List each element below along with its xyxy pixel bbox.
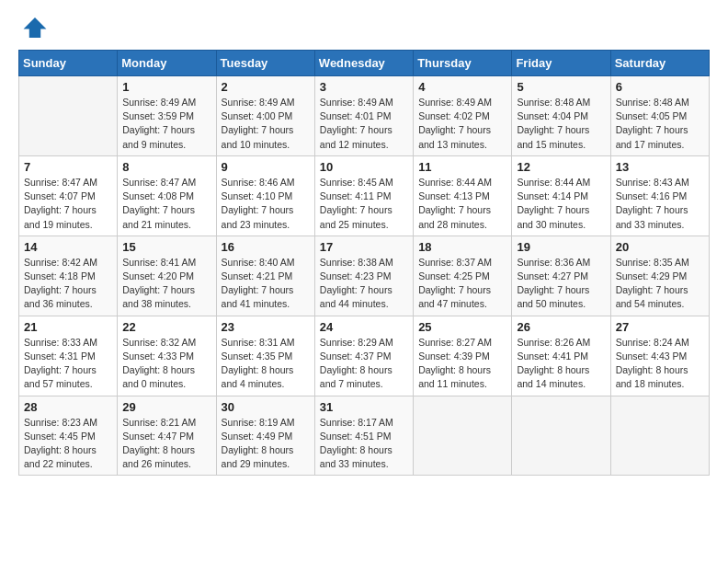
day-info: Sunrise: 8:17 AMSunset: 4:51 PMDaylight:…	[320, 416, 408, 472]
day-info: Sunrise: 8:44 AMSunset: 4:13 PMDaylight:…	[418, 176, 506, 232]
day-number: 17	[320, 240, 408, 254]
day-info: Sunrise: 8:49 AMSunset: 4:02 PMDaylight:…	[418, 96, 506, 152]
cal-cell: 15Sunrise: 8:41 AMSunset: 4:20 PMDayligh…	[118, 236, 216, 316]
day-number: 15	[122, 240, 210, 254]
day-number: 19	[517, 240, 605, 254]
cal-cell: 21Sunrise: 8:33 AMSunset: 4:31 PMDayligh…	[19, 316, 118, 396]
day-number: 28	[24, 400, 112, 414]
day-info: Sunrise: 8:41 AMSunset: 4:20 PMDaylight:…	[122, 256, 210, 312]
cal-cell: 23Sunrise: 8:31 AMSunset: 4:35 PMDayligh…	[216, 316, 314, 396]
cal-cell: 6Sunrise: 8:48 AMSunset: 4:05 PMDaylight…	[610, 76, 709, 156]
day-number: 16	[222, 240, 310, 254]
day-number: 3	[320, 80, 408, 94]
day-number: 1	[122, 80, 210, 94]
day-number: 23	[222, 320, 310, 334]
header	[18, 15, 710, 40]
cal-cell: 1Sunrise: 8:49 AMSunset: 3:59 PMDaylight…	[118, 76, 216, 156]
days-header-row: SundayMondayTuesdayWednesdayThursdayFrid…	[19, 51, 710, 76]
day-info: Sunrise: 8:46 AMSunset: 4:10 PMDaylight:…	[222, 176, 310, 232]
day-number: 5	[517, 80, 605, 94]
day-number: 2	[222, 80, 310, 94]
cal-cell	[512, 396, 610, 476]
week-row-4: 21Sunrise: 8:33 AMSunset: 4:31 PMDayligh…	[19, 316, 710, 396]
day-number: 13	[616, 160, 704, 174]
cal-cell: 4Sunrise: 8:49 AMSunset: 4:02 PMDaylight…	[414, 76, 512, 156]
cal-cell: 5Sunrise: 8:48 AMSunset: 4:04 PMDaylight…	[512, 76, 610, 156]
day-info: Sunrise: 8:49 AMSunset: 4:01 PMDaylight:…	[320, 96, 408, 152]
cal-cell: 13Sunrise: 8:43 AMSunset: 4:16 PMDayligh…	[610, 155, 709, 236]
day-info: Sunrise: 8:32 AMSunset: 4:33 PMDaylight:…	[122, 336, 210, 392]
day-info: Sunrise: 8:35 AMSunset: 4:29 PMDaylight:…	[616, 256, 704, 312]
cal-cell: 17Sunrise: 8:38 AMSunset: 4:23 PMDayligh…	[314, 236, 413, 316]
day-info: Sunrise: 8:23 AMSunset: 4:45 PMDaylight:…	[24, 416, 112, 472]
cal-cell: 11Sunrise: 8:44 AMSunset: 4:13 PMDayligh…	[414, 155, 512, 236]
day-number: 11	[418, 160, 506, 174]
day-number: 26	[517, 320, 605, 334]
day-header-wednesday: Wednesday	[314, 51, 413, 76]
day-info: Sunrise: 8:29 AMSunset: 4:37 PMDaylight:…	[320, 336, 408, 392]
day-number: 21	[24, 320, 112, 334]
day-number: 6	[616, 80, 704, 94]
cal-cell: 26Sunrise: 8:26 AMSunset: 4:41 PMDayligh…	[512, 316, 610, 396]
cal-cell: 12Sunrise: 8:44 AMSunset: 4:14 PMDayligh…	[512, 155, 610, 236]
cal-cell: 24Sunrise: 8:29 AMSunset: 4:37 PMDayligh…	[314, 316, 413, 396]
day-info: Sunrise: 8:26 AMSunset: 4:41 PMDaylight:…	[517, 336, 605, 392]
cal-cell: 31Sunrise: 8:17 AMSunset: 4:51 PMDayligh…	[314, 396, 413, 476]
cal-cell	[610, 396, 709, 476]
day-info: Sunrise: 8:44 AMSunset: 4:14 PMDaylight:…	[517, 176, 605, 232]
week-row-5: 28Sunrise: 8:23 AMSunset: 4:45 PMDayligh…	[19, 396, 710, 476]
cal-cell: 10Sunrise: 8:45 AMSunset: 4:11 PMDayligh…	[314, 155, 413, 236]
day-number: 4	[418, 80, 506, 94]
day-info: Sunrise: 8:47 AMSunset: 4:08 PMDaylight:…	[122, 176, 210, 232]
day-header-sunday: Sunday	[19, 51, 118, 76]
cal-cell: 8Sunrise: 8:47 AMSunset: 4:08 PMDaylight…	[118, 155, 216, 236]
day-info: Sunrise: 8:47 AMSunset: 4:07 PMDaylight:…	[24, 176, 112, 232]
day-header-monday: Monday	[118, 51, 216, 76]
day-info: Sunrise: 8:31 AMSunset: 4:35 PMDaylight:…	[222, 336, 310, 392]
cal-cell	[414, 396, 512, 476]
logo	[18, 15, 48, 40]
day-info: Sunrise: 8:43 AMSunset: 4:16 PMDaylight:…	[616, 176, 704, 232]
cal-cell: 28Sunrise: 8:23 AMSunset: 4:45 PMDayligh…	[19, 396, 118, 476]
day-number: 7	[24, 160, 112, 174]
cal-cell: 2Sunrise: 8:49 AMSunset: 4:00 PMDaylight…	[216, 76, 314, 156]
cal-cell	[19, 76, 118, 156]
cal-cell: 22Sunrise: 8:32 AMSunset: 4:33 PMDayligh…	[118, 316, 216, 396]
cal-cell: 27Sunrise: 8:24 AMSunset: 4:43 PMDayligh…	[610, 316, 709, 396]
cal-cell: 3Sunrise: 8:49 AMSunset: 4:01 PMDaylight…	[314, 76, 413, 156]
day-info: Sunrise: 8:48 AMSunset: 4:04 PMDaylight:…	[517, 96, 605, 152]
cal-cell: 7Sunrise: 8:47 AMSunset: 4:07 PMDaylight…	[19, 155, 118, 236]
cal-cell: 16Sunrise: 8:40 AMSunset: 4:21 PMDayligh…	[216, 236, 314, 316]
day-info: Sunrise: 8:40 AMSunset: 4:21 PMDaylight:…	[222, 256, 310, 312]
day-header-saturday: Saturday	[610, 51, 709, 76]
calendar-table: SundayMondayTuesdayWednesdayThursdayFrid…	[18, 50, 710, 476]
day-info: Sunrise: 8:49 AMSunset: 3:59 PMDaylight:…	[122, 96, 210, 152]
day-number: 14	[24, 240, 112, 254]
day-number: 27	[616, 320, 704, 334]
cal-cell: 18Sunrise: 8:37 AMSunset: 4:25 PMDayligh…	[414, 236, 512, 316]
day-info: Sunrise: 8:45 AMSunset: 4:11 PMDaylight:…	[320, 176, 408, 232]
day-number: 22	[122, 320, 210, 334]
day-info: Sunrise: 8:19 AMSunset: 4:49 PMDaylight:…	[222, 416, 310, 472]
cal-cell: 29Sunrise: 8:21 AMSunset: 4:47 PMDayligh…	[118, 396, 216, 476]
day-number: 24	[320, 320, 408, 334]
svg-marker-0	[24, 17, 47, 38]
cal-cell: 14Sunrise: 8:42 AMSunset: 4:18 PMDayligh…	[19, 236, 118, 316]
day-info: Sunrise: 8:49 AMSunset: 4:00 PMDaylight:…	[222, 96, 310, 152]
day-number: 8	[122, 160, 210, 174]
day-number: 12	[517, 160, 605, 174]
day-info: Sunrise: 8:37 AMSunset: 4:25 PMDaylight:…	[418, 256, 506, 312]
day-info: Sunrise: 8:21 AMSunset: 4:47 PMDaylight:…	[122, 416, 210, 472]
day-info: Sunrise: 8:38 AMSunset: 4:23 PMDaylight:…	[320, 256, 408, 312]
day-info: Sunrise: 8:36 AMSunset: 4:27 PMDaylight:…	[517, 256, 605, 312]
logo-icon	[22, 15, 48, 40]
day-header-thursday: Thursday	[414, 51, 512, 76]
day-number: 30	[222, 400, 310, 414]
day-info: Sunrise: 8:27 AMSunset: 4:39 PMDaylight:…	[418, 336, 506, 392]
week-row-1: 1Sunrise: 8:49 AMSunset: 3:59 PMDaylight…	[19, 76, 710, 156]
page: SundayMondayTuesdayWednesdayThursdayFrid…	[0, 0, 728, 563]
week-row-2: 7Sunrise: 8:47 AMSunset: 4:07 PMDaylight…	[19, 155, 710, 236]
day-header-friday: Friday	[512, 51, 610, 76]
day-number: 18	[418, 240, 506, 254]
day-number: 9	[222, 160, 310, 174]
